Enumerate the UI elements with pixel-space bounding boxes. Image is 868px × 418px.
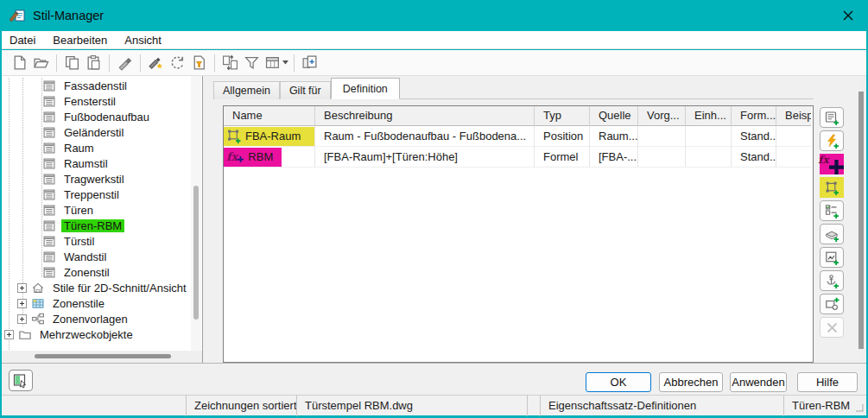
tree-item-mehrzweckobjekte[interactable]: Mehrzweckobjekte — [2, 326, 136, 342]
apply-style-brush-icon[interactable] — [145, 52, 167, 73]
style-list-icon — [42, 142, 57, 155]
add-graphic-property-button[interactable] — [820, 294, 844, 314]
format-cell[interactable]: Stand... — [732, 126, 776, 147]
add-classification-property-button[interactable] — [820, 200, 844, 221]
ok-button[interactable]: OK — [586, 372, 651, 392]
new-file-icon[interactable] — [9, 52, 30, 73]
expand-plus-icon[interactable] — [4, 330, 14, 339]
style-preview-toggle-button[interactable] — [9, 370, 33, 391]
tree-item-label: Fußbodenaufbau — [61, 111, 152, 124]
add-manual-property-button[interactable] — [820, 107, 844, 128]
einheit-cell[interactable] — [686, 126, 732, 147]
property-name: RBM — [248, 150, 273, 163]
tab-definition[interactable]: Definition — [331, 78, 400, 99]
close-icon[interactable] — [840, 9, 856, 22]
status-segment-sort-mode: Zeichnungen sortiert — [186, 396, 296, 416]
column-header-format[interactable]: Form... — [732, 106, 776, 126]
expand-plus-icon[interactable] — [17, 283, 27, 293]
menu-bearbeiten[interactable]: Bearbeiten — [44, 31, 116, 49]
add-location-property-button[interactable] — [820, 177, 844, 198]
tree-item-tueren-rbm[interactable]: Türen-RBM — [2, 218, 124, 233]
open-folder-icon[interactable] — [30, 52, 52, 73]
beispiel-cell[interactable] — [776, 147, 811, 168]
panel-vertical-scrollbar[interactable] — [858, 79, 865, 361]
tree-item-zonenvorlagen[interactable]: Zonenvorlagen — [2, 311, 130, 326]
typ-cell[interactable]: Position — [535, 126, 590, 147]
tree-item-raum[interactable]: Raum — [2, 140, 97, 155]
column-header-name[interactable]: Name — [224, 106, 315, 126]
paste-icon[interactable] — [83, 52, 105, 73]
tab-allgemein[interactable]: Allgemein — [213, 81, 280, 99]
remove-property-button — [820, 317, 844, 338]
scrollbar-thumb[interactable] — [193, 186, 199, 320]
add-project-property-button[interactable] — [820, 247, 844, 268]
column-header-beispiel[interactable]: Beisp.. — [776, 106, 811, 126]
expand-plus-icon[interactable] — [17, 314, 27, 324]
tree-item-zonenstile[interactable]: Zonenstile — [2, 295, 107, 311]
filter-funnel-icon[interactable] — [241, 52, 263, 73]
tree-item-fensterstil[interactable]: Fensterstil — [2, 93, 118, 109]
column-header-typ[interactable]: Typ — [535, 106, 590, 126]
beschreibung-cell[interactable]: Raum - Fußbodenaufbau - Fußbodena... — [315, 126, 535, 147]
status-segment-empty — [527, 396, 540, 416]
zone-grid-icon — [31, 297, 46, 310]
vorgabe-cell[interactable] — [638, 147, 686, 168]
tree-item-tuerstil[interactable]: Türstil — [2, 233, 97, 249]
table-row-rbm[interactable]: fx RBM [FBA-Raum]+[Türen:Höhe] Formel [F… — [224, 147, 813, 168]
column-header-quelle[interactable]: Quelle — [590, 106, 638, 126]
column-header-beschreibung[interactable]: Beschreibung — [315, 106, 535, 126]
tree-vertical-scrollbar[interactable] — [191, 76, 201, 351]
column-header-einheit[interactable]: Einh... — [686, 106, 732, 126]
tree-item-fassadenstil[interactable]: Fassadenstil — [2, 78, 130, 93]
beschreibung-cell[interactable]: [FBA-Raum]+[Türen:Höhe] — [315, 147, 535, 168]
column-header-vorgabe[interactable]: Vorg... — [638, 106, 686, 126]
assign-pages-icon[interactable] — [299, 52, 320, 73]
quelle-cell[interactable]: Raum... — [590, 126, 638, 147]
add-automatic-property-button[interactable] — [820, 130, 844, 151]
tree-item-tragwerkstil[interactable]: Tragwerkstil — [2, 171, 127, 187]
beispiel-cell[interactable] — [776, 126, 811, 147]
menu-ansicht[interactable]: Ansicht — [116, 31, 170, 49]
table-row-fba-raum[interactable]: FBA-Raum Raum - Fußbodenaufbau - Fußbode… — [224, 126, 813, 147]
einheit-cell[interactable] — [686, 147, 732, 168]
name-cell[interactable]: FBA-Raum — [224, 126, 315, 147]
apply-button[interactable]: Anwenden — [730, 372, 787, 392]
audit-drawing-icon[interactable] — [188, 52, 210, 73]
tree-item-label: Raum — [61, 142, 97, 155]
add-material-property-button[interactable] — [820, 224, 844, 244]
tree-item-treppenstil[interactable]: Treppenstil — [2, 187, 122, 202]
quelle-cell[interactable]: [FBA-... — [590, 147, 638, 168]
titlebar[interactable]: Stil-Manager — [0, 0, 868, 31]
sync-drawings-icon[interactable] — [219, 52, 241, 73]
refresh-style-icon[interactable] — [167, 52, 188, 73]
tab-gilt-fuer[interactable]: Gilt für — [280, 81, 331, 99]
add-formula-property-button[interactable]: fx — [820, 154, 844, 174]
tree-item-stile-2d-schnitt[interactable]: Stile für 2D-Schnitt/Ansicht — [2, 280, 189, 295]
tree-item-zonenstil[interactable]: Zonenstil — [2, 264, 112, 280]
tree-item-wandstil[interactable]: Wandstil — [2, 249, 109, 264]
tree-horizontal-scrollbar[interactable] — [2, 351, 202, 363]
menu-datei[interactable]: Datei — [2, 31, 44, 49]
help-button[interactable]: Hilfe — [797, 372, 858, 392]
tree-item-label: Tragwerkstil — [61, 173, 127, 186]
style-list-icon — [42, 79, 57, 92]
cancel-button[interactable]: Abbrechen — [659, 372, 723, 392]
view-table-dropdown-icon[interactable] — [263, 52, 284, 73]
tree-item-tueren[interactable]: Türen — [2, 202, 96, 218]
expand-plus-icon[interactable] — [17, 299, 27, 308]
vorgabe-cell[interactable] — [638, 126, 686, 147]
scrollbar-thumb[interactable] — [858, 92, 864, 349]
format-cell[interactable]: Stand... — [732, 147, 776, 168]
tree-item-fussbodenaufbau[interactable]: Fußbodenaufbau — [2, 109, 152, 124]
tree-item-gelaenderstil[interactable]: Geländerstil — [2, 124, 126, 140]
copy-icon[interactable] — [61, 52, 83, 73]
add-anchor-property-button[interactable] — [820, 270, 844, 291]
chevron-down-icon[interactable] — [282, 52, 289, 73]
name-cell[interactable]: fx RBM — [224, 147, 315, 168]
purge-brush-icon[interactable] — [114, 52, 136, 73]
tree-item-raumstil[interactable]: Raumstil — [2, 155, 111, 171]
scrollbar-thumb[interactable] — [35, 354, 171, 358]
typ-cell[interactable]: Formel — [535, 147, 590, 168]
style-list-icon — [42, 235, 57, 248]
resize-grip-icon[interactable] — [854, 402, 865, 413]
